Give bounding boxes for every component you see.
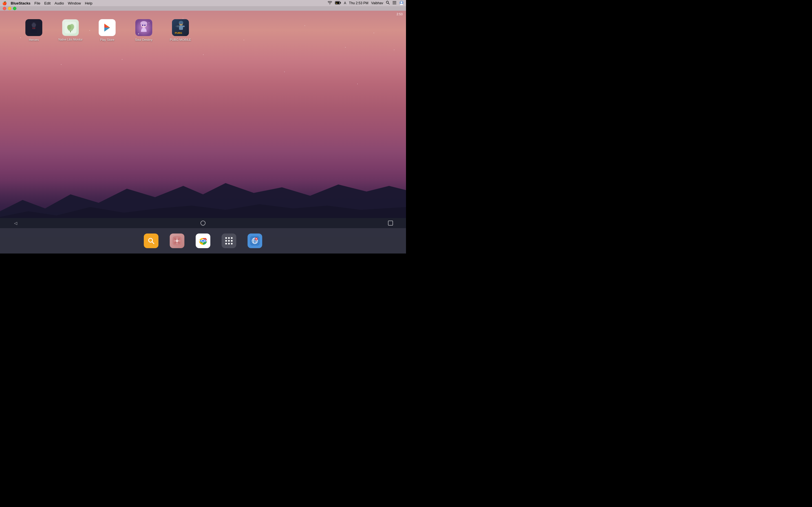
app-pubg-mobile[interactable]: PUBG PUBG MOBILE xyxy=(169,19,192,42)
svg-point-78 xyxy=(256,238,257,239)
svg-text:✦: ✦ xyxy=(138,33,140,35)
help-menu[interactable]: Help xyxy=(85,1,93,5)
native-libs-icon xyxy=(62,19,79,36)
app-heroes[interactable]: Heroes xyxy=(22,19,45,42)
svg-marker-29 xyxy=(104,27,110,32)
android-time: 2:53 xyxy=(397,12,403,16)
file-menu[interactable]: File xyxy=(35,1,40,5)
svg-rect-49 xyxy=(388,221,393,225)
notification-center-icon[interactable] xyxy=(393,1,396,5)
svg-point-35 xyxy=(142,24,144,26)
pubg-icon: PUBG xyxy=(172,19,189,36)
app-native-libs[interactable]: Native Libs Monitor xyxy=(59,19,82,42)
svg-marker-16 xyxy=(31,29,37,33)
edit-menu[interactable]: Edit xyxy=(44,1,50,5)
play-store-label: Play Store xyxy=(100,38,114,42)
svg-point-42 xyxy=(179,21,183,24)
window-menu[interactable]: Window xyxy=(68,1,81,5)
maximize-button[interactable] xyxy=(13,7,16,10)
apple-menu[interactable]: 🍎 xyxy=(2,1,7,5)
svg-rect-46 xyxy=(175,26,179,27)
svg-point-36 xyxy=(144,24,146,26)
wifi-icon xyxy=(327,1,332,5)
svg-point-34 xyxy=(140,21,147,25)
recents-button[interactable] xyxy=(386,219,395,227)
svg-point-10 xyxy=(401,1,402,3)
keyboard-lang[interactable]: A xyxy=(344,1,346,5)
svg-point-22 xyxy=(67,25,71,30)
user-avatar[interactable] xyxy=(399,1,404,6)
pubg-label: PUBG MOBILE xyxy=(170,38,191,42)
svg-point-17 xyxy=(33,28,34,29)
svg-point-69 xyxy=(202,240,204,242)
svg-point-18 xyxy=(35,28,35,29)
svg-point-4 xyxy=(386,1,389,3)
menubar-right: ⚡ A Thu 2:53 PM Vaibhav xyxy=(327,1,404,6)
dots-grid xyxy=(225,237,233,244)
close-button[interactable] xyxy=(3,7,6,10)
window-chrome xyxy=(0,6,406,11)
datetime: Thu 2:53 PM xyxy=(349,1,368,5)
heroes-icon-inner xyxy=(26,19,42,36)
svg-text:⚡: ⚡ xyxy=(336,2,338,4)
spotlight-icon[interactable] xyxy=(386,1,390,5)
heroes-icon xyxy=(26,19,42,36)
dock-search[interactable] xyxy=(144,233,158,248)
minimize-button[interactable] xyxy=(8,7,11,10)
battery-icon: ⚡ xyxy=(335,1,341,5)
app-grid: Heroes Native Libs Monitor xyxy=(22,19,192,42)
svg-point-48 xyxy=(201,221,205,225)
svg-point-64 xyxy=(176,240,177,241)
soul-destiny-icon: ✦ ✦ xyxy=(135,19,152,36)
dock-gallery[interactable] xyxy=(170,233,185,248)
app-play-store[interactable]: Play Store xyxy=(96,19,118,42)
dock-web-browser[interactable] xyxy=(248,233,262,248)
svg-text:✦: ✦ xyxy=(148,22,150,24)
svg-rect-45 xyxy=(182,25,185,27)
native-libs-icon-inner xyxy=(62,19,79,36)
android-dock xyxy=(0,228,406,253)
native-libs-label: Native Libs Monitor xyxy=(58,38,83,41)
dock-all-apps[interactable] xyxy=(221,233,236,248)
dock-chrome[interactable] xyxy=(196,233,210,248)
play-store-icon xyxy=(99,19,116,36)
svg-text:PUBG: PUBG xyxy=(175,32,182,34)
mac-menubar: 🍎 BlueStacks File Edit Audio Window Help… xyxy=(0,0,406,6)
back-button[interactable]: ◁ xyxy=(11,219,20,227)
svg-line-5 xyxy=(389,3,390,4)
heroes-label: Heroes xyxy=(29,38,39,42)
app-soul-destiny[interactable]: ✦ ✦ Soul Destiny xyxy=(133,19,155,42)
username: Vaibhav xyxy=(371,1,383,5)
svg-rect-2 xyxy=(340,2,341,3)
app-name[interactable]: BlueStacks xyxy=(11,1,31,5)
menubar-left: 🍎 BlueStacks File Edit Audio Window Help xyxy=(2,1,93,5)
android-navbar: ◁ xyxy=(0,218,406,228)
home-button[interactable] xyxy=(199,219,207,227)
bluestacks-content: 2:53 Heroes xyxy=(0,11,406,253)
audio-menu[interactable]: Audio xyxy=(54,1,64,5)
soul-destiny-label: Soul Destiny xyxy=(135,38,153,42)
svg-rect-50 xyxy=(147,236,156,245)
